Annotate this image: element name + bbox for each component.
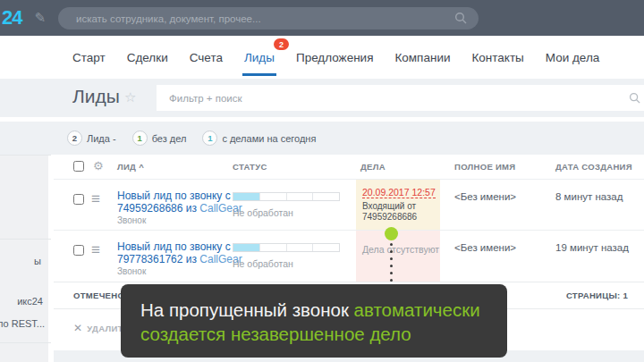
- bitrix24-crm-leads-screen: ы икс24 по REST... 24 ✎ Старт Сделки Сче…: [0, 0, 644, 362]
- progress-segment: [260, 244, 287, 251]
- tab-start[interactable]: Старт: [72, 36, 106, 79]
- progress-segment: [313, 244, 339, 251]
- table-row: ≡ Новый лид по звонку с 79778361762 из C…: [54, 230, 644, 282]
- tab-quotes[interactable]: Предложения: [296, 36, 374, 79]
- status-progress-bar: [233, 243, 340, 252]
- edit-pencil-icon[interactable]: ✎: [34, 10, 46, 26]
- progress-segment: [287, 244, 314, 251]
- row-menu-icon[interactable]: ≡: [91, 242, 100, 257]
- status-progress-bar: [233, 192, 340, 201]
- leads-summary: 2 Лида - 1 без дел 1 с делами на сегодня: [67, 122, 316, 155]
- column-header-created[interactable]: ДАТА СОЗДАНИЯ: [555, 162, 632, 172]
- progress-segment: [313, 193, 339, 200]
- global-search-input[interactable]: [58, 7, 479, 29]
- filter-search: [157, 85, 644, 111]
- global-search: [58, 7, 479, 29]
- filter-search-icon[interactable]: [629, 92, 641, 105]
- row-checkbox[interactable]: [73, 194, 84, 205]
- menu-item-fragment: по REST...: [0, 318, 45, 329]
- top-bar: 24 ✎: [0, 0, 644, 36]
- activity-line: 74959268686: [362, 212, 440, 223]
- today-activities-label: с делами на сегодня: [222, 133, 316, 144]
- favorite-star-icon[interactable]: ☆: [124, 89, 136, 105]
- grid-settings-gear-icon[interactable]: ⚙: [93, 160, 104, 172]
- full-name-cell: <Без имени>: [454, 242, 516, 253]
- full-name-cell: <Без имени>: [454, 191, 516, 202]
- bitrix24-logo: 24: [2, 6, 21, 29]
- select-all-checkbox[interactable]: [73, 161, 84, 172]
- tutorial-pointer-dot: [385, 227, 398, 240]
- close-icon: ✕: [73, 322, 82, 334]
- progress-segment-filled: [233, 193, 260, 200]
- progress-segment: [287, 193, 314, 200]
- progress-segment: [260, 193, 287, 200]
- page-title: Лиды: [72, 86, 120, 107]
- left-menu-strip: ы икс24 по REST...: [0, 155, 51, 362]
- tab-deals[interactable]: Сделки: [127, 36, 168, 79]
- lead-subtitle: Звонок: [117, 215, 146, 225]
- activity-date-link[interactable]: 20.09.2017 12:57: [362, 187, 436, 198]
- lead-subtitle: Звонок: [117, 266, 146, 276]
- row-checkbox[interactable]: [73, 245, 84, 256]
- total-leads-badge: 2: [67, 130, 82, 146]
- no-activities-label: без дел: [152, 133, 187, 144]
- strip-divider: [0, 239, 51, 240]
- today-activities-badge: 1: [202, 130, 217, 146]
- activity-line: Входящий от: [362, 201, 440, 212]
- status-label: Не обработан: [233, 258, 293, 269]
- strip-divider: [0, 155, 51, 156]
- filter-search-input[interactable]: [157, 85, 644, 111]
- table-header: ⚙ ЛИД ^ СТАТУС ДЕЛА ПОЛНОЕ ИМЯ ДАТА СОЗД…: [54, 155, 644, 179]
- total-leads-label: Лида -: [87, 133, 116, 144]
- sort-asc-icon: ^: [139, 162, 144, 172]
- tab-contacts[interactable]: Контакты: [471, 36, 523, 79]
- tab-invoices[interactable]: Счета: [190, 36, 223, 79]
- search-icon: [454, 12, 468, 25]
- column-header-status[interactable]: СТАТУС: [233, 162, 267, 172]
- tooltip-text-white: На пропущенный звонок: [140, 299, 354, 320]
- menu-item-fragment: ы: [34, 256, 41, 266]
- crm-nav-tabs: Старт Сделки Счета Лиды 2 Предложения Ко…: [72, 36, 599, 79]
- tutorial-pointer-dotted-line: [390, 243, 393, 289]
- table-row: ≡ Новый лид по звонку с 74959268686 из C…: [54, 179, 644, 230]
- menu-item-fragment: икс24: [17, 296, 43, 307]
- tutorial-tooltip: На пропущенный звонок автоматически созд…: [121, 284, 507, 358]
- no-activities-badge: 1: [132, 130, 148, 146]
- status-label: Не обработан: [233, 207, 293, 218]
- progress-segment-filled: [233, 244, 260, 251]
- row-menu-icon[interactable]: ≡: [91, 191, 100, 206]
- no-activities-counter[interactable]: 1 без дел: [132, 130, 187, 146]
- tab-companies[interactable]: Компании: [394, 36, 450, 79]
- column-header-fullname[interactable]: ПОЛНОЕ ИМЯ: [454, 162, 515, 172]
- tab-my-activities[interactable]: Мои дела: [546, 36, 600, 79]
- column-header-activities[interactable]: ДЕЛА: [360, 162, 386, 172]
- no-activities-text: Дела отсутствуют: [362, 238, 440, 255]
- created-cell: 19 минут назад: [555, 242, 629, 253]
- activity-cell: Дела отсутствуют: [356, 231, 440, 282]
- created-cell: 8 минут назад: [555, 191, 623, 202]
- today-activities-counter[interactable]: 1 с делами на сегодня: [202, 130, 316, 146]
- tab-leads[interactable]: Лиды 2: [244, 36, 275, 79]
- activity-cell: 20.09.2017 12:57 Входящий от 74959268686: [356, 180, 440, 230]
- pages-label: СТРАНИЦЫ: 1: [566, 290, 628, 300]
- leads-count-badge: 2: [274, 38, 289, 50]
- active-tab-underline: [242, 73, 276, 76]
- column-header-lead[interactable]: ЛИД ^: [117, 162, 144, 172]
- strip-divider: [0, 342, 51, 343]
